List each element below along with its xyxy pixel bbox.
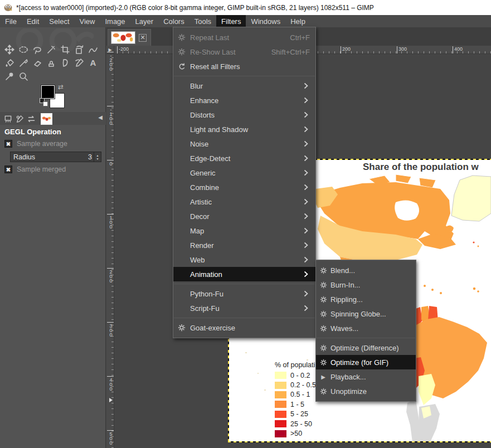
vertical-ruler[interactable]: -200 -100 0 100 200 300 400 500 xyxy=(106,54,114,448)
radius-spin-buttons[interactable]: ▲▼ xyxy=(94,152,101,162)
move-tool[interactable] xyxy=(2,43,16,56)
menu-item-light-and-shadow[interactable]: Light and Shadow xyxy=(173,122,315,137)
paths-tool[interactable] xyxy=(72,56,86,70)
menu-item-waves[interactable]: Waves... xyxy=(316,321,416,335)
h-ruler-label: 300 xyxy=(397,46,407,53)
warp-transform-tool[interactable] xyxy=(86,43,100,56)
fuzzy-select-tool[interactable] xyxy=(44,43,58,56)
menu-image[interactable]: Image xyxy=(100,15,130,27)
menu-item-generic[interactable]: Generic xyxy=(173,165,315,180)
menu-item-artistic[interactable]: Artistic xyxy=(173,194,315,209)
menu-item-unoptimize[interactable]: Unoptimize xyxy=(316,384,416,398)
v-ruler-label: 300 xyxy=(107,322,114,337)
ellipse-select-tool[interactable] xyxy=(16,43,30,56)
menu-item-render[interactable]: Render xyxy=(173,238,315,252)
menu-tools[interactable]: Tools xyxy=(189,15,216,27)
eraser-tool[interactable] xyxy=(30,56,44,70)
hudson-bay xyxy=(395,200,419,220)
menu-file[interactable]: File xyxy=(0,15,22,27)
spin-down-icon[interactable]: ▼ xyxy=(96,157,99,160)
menu-item-blur[interactable]: Blur xyxy=(173,79,315,93)
menu-layer[interactable]: Layer xyxy=(130,15,159,27)
gear-icon xyxy=(316,359,330,366)
menu-item-optimize-for-gif[interactable]: Optimize (for GIF) xyxy=(316,355,416,369)
legend-swatch xyxy=(275,391,286,398)
menu-windows[interactable]: Windows xyxy=(246,15,285,27)
gear-icon xyxy=(316,325,330,332)
color-picker-tool[interactable] xyxy=(2,70,16,83)
menu-edit[interactable]: Edit xyxy=(22,15,44,27)
menu-item-noise[interactable]: Noise xyxy=(173,137,315,151)
menu-item-goat-exercise[interactable]: Goat-exercise xyxy=(173,320,315,335)
menu-item-optimize-difference[interactable]: Optimize (Difference) xyxy=(316,340,416,355)
menu-item-python-fu[interactable]: Python-Fu xyxy=(173,286,315,301)
menu-help[interactable]: Help xyxy=(285,15,310,27)
transform-tool[interactable] xyxy=(72,43,86,56)
close-tab-icon[interactable]: ✕ xyxy=(139,34,147,42)
menu-view[interactable]: View xyxy=(75,15,100,27)
menu-item-distorts[interactable]: Distorts xyxy=(173,108,315,122)
shortcut-label: Ctrl+F xyxy=(290,33,310,42)
gimp-window: *[access to water0000] (imported)-2.0 (R… xyxy=(0,0,491,448)
menu-item-edge-detect[interactable]: Edge-Detect xyxy=(173,151,315,165)
menu-item-combine[interactable]: Combine xyxy=(173,180,315,194)
menu-item-blend[interactable]: Blend... xyxy=(316,263,416,277)
h-ruler-label: 200 xyxy=(341,46,351,53)
clone-tool[interactable] xyxy=(44,56,58,70)
gear-icon xyxy=(316,344,330,352)
menu-item-repeat-last[interactable]: Repeat Last Ctrl+F xyxy=(173,30,315,45)
menu-item-reset-all-filters[interactable]: Reset all Filters xyxy=(173,59,315,74)
submenu-arrow-icon xyxy=(302,256,310,264)
collapse-dock-icon[interactable]: ◀ xyxy=(98,114,103,120)
pointer-position-marker xyxy=(109,398,113,402)
legend-row: 0 - 0.2 xyxy=(275,371,316,380)
menu-colors[interactable]: Colors xyxy=(158,15,189,27)
menu-select[interactable]: Select xyxy=(44,15,74,27)
submenu-arrow-icon xyxy=(302,241,310,249)
menu-item-map[interactable]: Map xyxy=(173,223,315,238)
legend-label: 0 - 0.2 xyxy=(290,372,310,379)
sample-merged-checkbox[interactable]: ✖ xyxy=(4,165,12,173)
v-ruler-label: -200 xyxy=(107,52,114,71)
foreground-color-swatch[interactable] xyxy=(41,85,55,99)
menu-item-web[interactable]: Web xyxy=(173,252,315,267)
free-select-tool[interactable] xyxy=(30,43,44,56)
pointer-tab-active[interactable] xyxy=(41,113,52,125)
smudge-tool[interactable] xyxy=(58,56,72,70)
radius-spinner[interactable]: Radius 3 ▲▼ xyxy=(10,152,101,162)
sample-average-checkbox[interactable]: ✖ xyxy=(4,140,12,148)
menu-item-rippling[interactable]: Rippling... xyxy=(316,292,416,306)
menu-item-burn-in[interactable]: Burn-In... xyxy=(316,277,416,292)
menu-item-decor[interactable]: Decor xyxy=(173,209,315,223)
menu-item-playback[interactable]: ▶Playback... xyxy=(316,369,416,384)
toolbox: A xyxy=(2,43,104,83)
legend-label: >50 xyxy=(290,430,302,437)
menu-item-script-fu[interactable]: Script-Fu xyxy=(173,301,315,315)
menu-item-animation[interactable]: Animation xyxy=(173,267,315,281)
device-status-tab[interactable] xyxy=(14,113,26,125)
menu-item-enhance[interactable]: Enhance xyxy=(173,93,315,108)
image-tab[interactable]: ✕ xyxy=(108,29,151,46)
menu-item-reshow-last[interactable]: Re-Show Last Shift+Ctrl+F xyxy=(173,45,315,59)
sample-average-label: Sample average xyxy=(17,140,67,148)
color-area: ⇄ xyxy=(39,83,70,111)
bucket-fill-tool[interactable] xyxy=(2,56,16,70)
submenu-arrow-icon xyxy=(302,304,310,312)
crop-tool[interactable] xyxy=(58,43,72,56)
zoom-tool[interactable] xyxy=(16,70,30,83)
text-tool[interactable]: A xyxy=(86,56,100,70)
gear-icon xyxy=(316,267,330,274)
title-bar[interactable]: *[access to water0000] (imported)-2.0 (R… xyxy=(0,0,491,15)
gear-icon xyxy=(316,388,330,395)
swap-colors-icon[interactable]: ⇄ xyxy=(58,83,64,91)
map-legend: % of populati 0 - 0.2 0.2 - 0.5 0.5 - 1 … xyxy=(275,361,316,439)
menu-filters[interactable]: Filters xyxy=(216,15,246,27)
paintbrush-tool[interactable] xyxy=(16,56,30,70)
v-ruler-label: 200 xyxy=(107,268,114,283)
toolbox-dock: A ⇄ ◀ GEGL Operation xyxy=(0,27,106,448)
undo-history-tab[interactable] xyxy=(26,113,37,125)
menu-item-spinning-globe[interactable]: Spinning Globe... xyxy=(316,306,416,321)
tool-options-tab[interactable] xyxy=(2,113,14,125)
gear-icon xyxy=(316,310,330,318)
region-caribbean xyxy=(424,241,479,294)
